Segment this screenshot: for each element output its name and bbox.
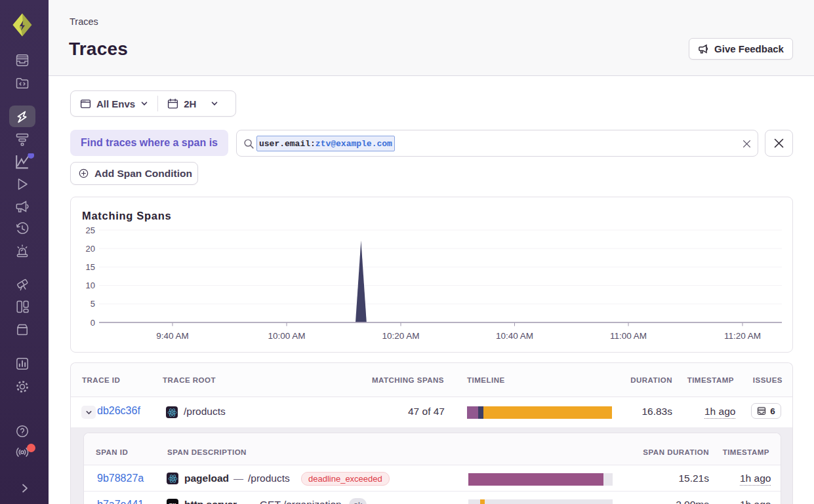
svg-text:5: 5 (91, 299, 95, 309)
svg-text:11:00 AM: 11:00 AM (610, 331, 647, 341)
svg-text:10:40 AM: 10:40 AM (496, 331, 533, 341)
svg-text:9:40 AM: 9:40 AM (156, 331, 189, 341)
svg-text:0: 0 (91, 318, 95, 328)
svg-text:20: 20 (86, 244, 95, 254)
svg-text:Matching Spans: Matching Spans (82, 210, 171, 222)
svg-text:10:00 AM: 10:00 AM (268, 331, 305, 341)
svg-text:10:20 AM: 10:20 AM (382, 331, 419, 341)
svg-text:11:20 AM: 11:20 AM (724, 331, 761, 341)
svg-text:25: 25 (86, 225, 95, 235)
svg-text:15: 15 (86, 262, 95, 272)
svg-text:10: 10 (86, 281, 95, 290)
